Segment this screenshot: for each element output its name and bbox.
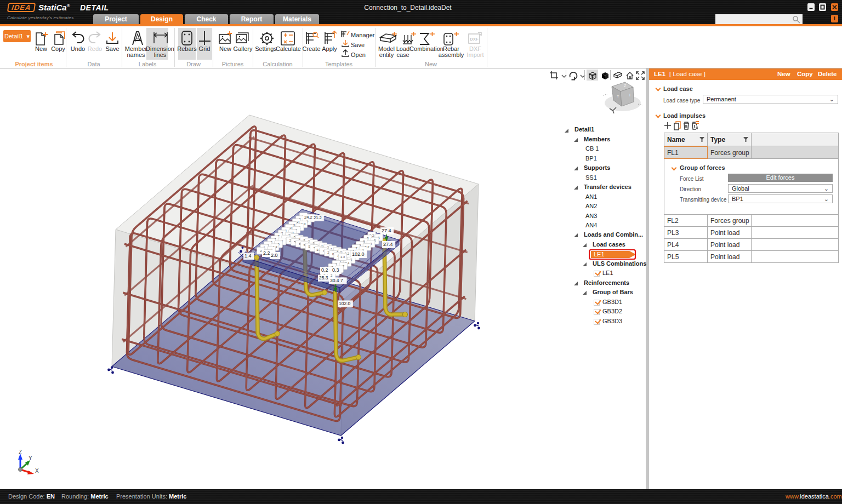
svg-text:2.0: 2.0 [271, 253, 278, 258]
svg-text:X: X [35, 468, 39, 474]
svg-text:DXF: DXF [470, 37, 479, 42]
svg-text:Z: Z [624, 84, 627, 88]
svg-text:24.2: 24.2 [304, 215, 312, 220]
svg-text:102.0: 102.0 [339, 301, 351, 306]
svg-text:25.3: 25.3 [319, 275, 328, 280]
svg-text:30.4 7: 30.4 7 [330, 278, 343, 283]
svg-text:27.4: 27.4 [383, 242, 393, 247]
svg-text:1.4: 1.4 [244, 253, 252, 259]
svg-text:LE1: LE1 [594, 251, 605, 257]
svg-text:102.0: 102.0 [352, 251, 365, 257]
svg-text:I: I [629, 93, 630, 97]
svg-text:27.4: 27.4 [382, 228, 391, 233]
svg-text:Y: Y [617, 94, 619, 98]
svg-text:21.2: 21.2 [314, 215, 322, 220]
svg-text:0.2: 0.2 [321, 267, 328, 273]
svg-text:Y: Y [29, 455, 32, 461]
svg-text:Z: Z [19, 449, 22, 455]
svg-text:2.2: 2.2 [263, 250, 270, 256]
svg-text:1.3: 1.3 [340, 255, 345, 259]
svg-text:0.3: 0.3 [332, 267, 339, 273]
